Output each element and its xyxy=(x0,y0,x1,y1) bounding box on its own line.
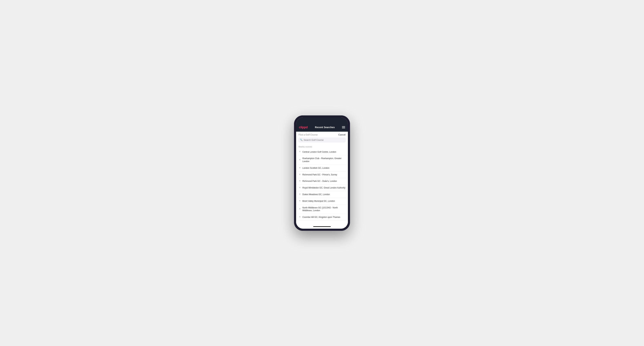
phone-frame: clippd Recent Searches Find a Golf Cours… xyxy=(294,115,350,231)
list-item[interactable]: 📍Royal Wimbledon GC, Great London Author… xyxy=(296,185,348,191)
course-name: Richmond Park GC - Prince's, Surrey xyxy=(302,173,337,176)
course-name: Brent Valley Municipal GC, London xyxy=(302,200,335,203)
course-name: Richmond Park GC - Duke's, London xyxy=(302,180,337,183)
course-name: Roehampton Club - Roehampton, Greater Lo… xyxy=(302,157,346,163)
phone-screen: clippd Recent Searches Find a Golf Cours… xyxy=(296,118,348,229)
course-list: 📍Central London Golf Centre, London📍Roeh… xyxy=(296,149,348,221)
cancel-button[interactable]: Cancel xyxy=(338,133,346,136)
course-name: London Scottish GC, London xyxy=(302,167,329,170)
status-bar xyxy=(296,118,348,124)
main-content: Find a Golf Course Cancel 🔍 Nearby cours… xyxy=(296,132,348,224)
search-icon: 🔍 xyxy=(300,139,302,141)
home-indicator xyxy=(296,224,348,229)
list-item[interactable]: 📍Central London Golf Centre, London xyxy=(296,149,348,156)
pin-icon: 📍 xyxy=(298,216,301,218)
nearby-label: Nearby courses xyxy=(296,144,348,149)
app-logo: clippd xyxy=(299,126,308,129)
pin-icon: 📍 xyxy=(298,151,301,153)
pin-icon: 📍 xyxy=(298,200,301,202)
pin-icon: 📍 xyxy=(298,174,301,176)
list-item[interactable]: 📍Richmond Park GC - Duke's, London xyxy=(296,178,348,185)
search-input[interactable] xyxy=(304,139,344,141)
pin-icon: 📍 xyxy=(298,187,301,189)
find-label: Find a Golf Course xyxy=(298,133,318,136)
menu-icon[interactable] xyxy=(342,126,345,128)
pin-icon: 📍 xyxy=(298,193,301,195)
course-name: Royal Wimbledon GC, Great London Authori… xyxy=(302,186,345,189)
pin-icon: 📍 xyxy=(298,167,301,169)
pin-icon: 📍 xyxy=(298,159,301,161)
course-name: Dukes Meadows GC, London xyxy=(302,193,330,196)
search-container: 🔍 xyxy=(296,137,348,144)
app-header: clippd Recent Searches xyxy=(296,124,348,132)
list-item[interactable]: 📍Dukes Meadows GC, London xyxy=(296,191,348,198)
course-name: Central London Golf Centre, London xyxy=(302,151,336,154)
list-item[interactable]: 📍Roehampton Club - Roehampton, Greater L… xyxy=(296,155,348,165)
list-item[interactable]: 📍Coombe Hill GC, Kingston upon Thames xyxy=(296,214,348,221)
list-item[interactable]: 📍North Middlesex GC (1011942 - North Mid… xyxy=(296,204,348,214)
find-bar: Find a Golf Course Cancel xyxy=(296,132,348,137)
list-item[interactable]: 📍Brent Valley Municipal GC, London xyxy=(296,198,348,204)
course-name: North Middlesex GC (1011942 - North Midd… xyxy=(302,206,346,212)
home-bar xyxy=(313,226,331,227)
pin-icon: 📍 xyxy=(298,180,301,182)
course-name: Coombe Hill GC, Kingston upon Thames xyxy=(302,216,340,219)
search-box: 🔍 xyxy=(298,137,346,143)
pin-icon: 📍 xyxy=(298,208,301,210)
header-title: Recent Searches xyxy=(315,126,335,129)
list-item[interactable]: 📍Richmond Park GC - Prince's, Surrey xyxy=(296,172,348,178)
nearby-section: Nearby courses 📍Central London Golf Cent… xyxy=(296,144,348,224)
list-item[interactable]: 📍London Scottish GC, London xyxy=(296,165,348,172)
